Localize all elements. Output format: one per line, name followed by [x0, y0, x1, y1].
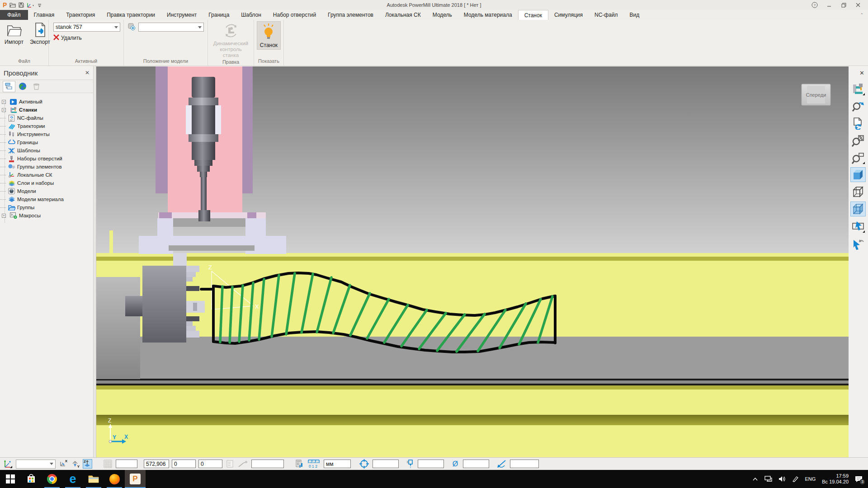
workplane-status-icon[interactable] — [2, 459, 13, 469]
network-icon[interactable] — [764, 476, 772, 482]
model-position-select[interactable] — [138, 23, 204, 32]
view-front-button[interactable]: Спереди — [802, 84, 830, 105]
axis-z-button[interactable]: Z — [83, 459, 92, 469]
tab-toolpath[interactable]: Траектория — [60, 10, 101, 20]
tree-view-icon[interactable] — [3, 81, 15, 92]
tree-item-macros[interactable]: Макросы — [0, 211, 93, 220]
firefox-icon[interactable] — [104, 470, 125, 488]
tab-stock-model[interactable]: Модель материала — [458, 10, 518, 20]
measure-field[interactable] — [251, 460, 284, 468]
save-project-icon[interactable] — [19, 2, 24, 8]
box-select-icon[interactable] — [850, 219, 866, 234]
help-button[interactable]: ? — [808, 1, 821, 9]
expander-active[interactable] — [2, 100, 6, 104]
model-position-icon[interactable] — [127, 23, 136, 33]
delete-machine-button[interactable]: Удалить — [53, 34, 82, 42]
tab-simulation[interactable]: Симуляция — [548, 10, 589, 20]
tab-feature-group[interactable]: Группа элементов — [322, 10, 379, 20]
close-button[interactable] — [852, 1, 864, 9]
tree-item-boundaries[interactable]: Границы — [0, 138, 93, 146]
tree-item-machines[interactable]: Станки — [0, 106, 93, 114]
tree-item-tools[interactable]: Инструменты — [0, 130, 93, 138]
coordinate-y-field[interactable]: 0 — [172, 460, 196, 468]
tree-item-hole-sets[interactable]: Наборы отверстий — [0, 155, 93, 163]
tree-item-toolpaths[interactable]: Траектории — [0, 122, 93, 130]
tab-boundary[interactable]: Граница — [203, 10, 235, 20]
grid-icon[interactable] — [102, 460, 113, 468]
show-machine-button[interactable]: Станок — [257, 21, 281, 50]
tree-item-groups[interactable]: Группы — [0, 203, 93, 211]
chrome-icon[interactable] — [42, 470, 62, 488]
restore-button[interactable] — [837, 1, 850, 9]
target-icon — [358, 459, 370, 469]
refresh-view-icon[interactable] — [850, 116, 866, 131]
clock[interactable]: 17:59 Вс 19.04.20 — [822, 473, 849, 485]
coordinate-z-field[interactable]: 0 — [198, 460, 222, 468]
pen-icon[interactable] — [792, 476, 798, 482]
tab-nc-file[interactable]: NC-файл — [589, 10, 624, 20]
angle-field[interactable] — [510, 460, 539, 468]
zoom-window-icon[interactable] — [850, 150, 866, 165]
tree-item-active[interactable]: Активный — [0, 98, 93, 106]
expander-macros[interactable] — [2, 214, 6, 218]
shaded-wireframe-view-icon[interactable] — [850, 202, 866, 216]
open-project-icon[interactable] — [9, 2, 16, 8]
machine-icon[interactable] — [850, 81, 866, 96]
microsoft-store-icon[interactable] — [21, 470, 42, 488]
grid-size-field[interactable] — [116, 460, 137, 468]
tree-item-workplanes[interactable]: Локальные СК — [0, 171, 93, 179]
view-toolbar-close-icon[interactable]: ✕ — [859, 70, 864, 76]
ruler-units-icon: 0 1 2 — [307, 460, 321, 469]
import-button[interactable]: Импорт — [2, 21, 26, 46]
world-icon[interactable] — [16, 81, 29, 92]
edge-icon[interactable]: e — [62, 470, 83, 488]
powermill-logo-icon[interactable]: P — [3, 2, 7, 8]
diameter-field[interactable] — [463, 460, 489, 468]
tab-model[interactable]: Модель — [427, 10, 458, 20]
minimize-button[interactable] — [823, 1, 835, 9]
tab-hole-set[interactable]: Набор отверстий — [267, 10, 322, 20]
collapse-ribbon-icon[interactable]: ⌃ — [860, 13, 863, 17]
tree-item-patterns[interactable]: Шаблоны — [0, 146, 93, 155]
tree-item-levels-sets[interactable]: Слои и наборы — [0, 179, 93, 187]
tab-file[interactable]: Файл — [0, 10, 28, 20]
tray-expand-icon[interactable] — [752, 477, 758, 481]
shaded-view-icon[interactable] — [850, 167, 866, 182]
tree-item-models[interactable]: Модели — [0, 187, 93, 195]
viewport-3d[interactable]: Z Y X — [96, 66, 849, 457]
tab-home[interactable]: Главная — [28, 10, 61, 20]
expander-machines[interactable] — [2, 108, 6, 112]
file-explorer-icon[interactable] — [83, 470, 104, 488]
units-field[interactable]: мм — [324, 460, 351, 468]
tab-tool[interactable]: Инструмент — [161, 10, 203, 20]
customize-qat-icon[interactable] — [38, 3, 42, 7]
volume-icon[interactable] — [778, 476, 786, 482]
zoom-fit-icon[interactable] — [850, 99, 866, 113]
machine-select[interactable]: stanok 757 — [53, 23, 120, 32]
tool-diameter-field[interactable] — [418, 460, 444, 468]
dynamic-machine-control-button[interactable]: Динамическийконтроль станка — [210, 21, 252, 59]
wireframe-view-icon[interactable] — [850, 184, 866, 199]
trash-icon[interactable] — [30, 81, 42, 92]
tab-toolpath-edit[interactable]: Правка траектории — [101, 10, 161, 20]
reselect-icon[interactable] — [850, 236, 866, 251]
tolerance-field[interactable] — [373, 460, 399, 468]
tree-item-feature-groups[interactable]: Группы элементов — [0, 163, 93, 171]
powermill-taskbar-icon[interactable]: P — [125, 470, 146, 488]
workplane-select[interactable] — [16, 460, 56, 469]
axis-x-button[interactable]: X — [58, 459, 68, 469]
coordinate-x-field[interactable]: 572,906 — [144, 460, 169, 468]
explorer-close-icon[interactable]: ✕ — [85, 70, 90, 76]
language-indicator[interactable]: ENG — [805, 476, 816, 482]
tree-item-nc-files[interactable]: G NC-файлы — [0, 114, 93, 122]
start-button[interactable] — [0, 470, 21, 488]
action-center-icon[interactable]: 3 — [855, 476, 863, 483]
workplane-tool-icon[interactable] — [27, 2, 35, 8]
tab-pattern[interactable]: Шаблон — [235, 10, 267, 20]
tree-item-stock-models[interactable]: Модели материала — [0, 195, 93, 203]
axis-y-button[interactable]: Y — [71, 459, 80, 469]
zoom-extents-icon[interactable] — [850, 133, 866, 148]
tab-machine-tool[interactable]: Станок — [518, 10, 548, 20]
tab-workplane[interactable]: Локальная СК — [379, 10, 427, 20]
tab-view[interactable]: Вид — [624, 10, 646, 20]
